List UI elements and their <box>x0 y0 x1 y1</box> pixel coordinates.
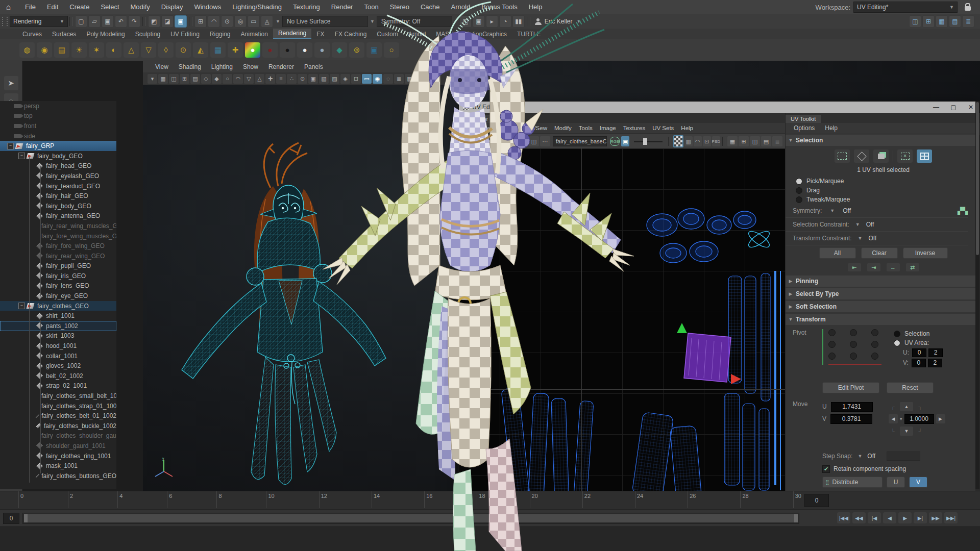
viewport-toolbar-icon-23[interactable]: ≣ <box>394 74 404 84</box>
shelf-tab-custom[interactable]: Custom <box>372 30 403 39</box>
frame-tick-8[interactable]: 8 <box>216 491 222 508</box>
mode-tweak-marquee[interactable]: Tweak/Marquee <box>786 195 980 204</box>
frame-tick-14[interactable]: 14 <box>372 491 380 508</box>
playback-button-6[interactable]: ▶▶ <box>929 512 942 523</box>
shelf-icon-17[interactable]: ● <box>314 42 330 58</box>
frame-tick-2[interactable]: 2 <box>68 491 73 508</box>
menubar-item-toon[interactable]: Toon <box>358 0 384 14</box>
viewport-toolbar-icon-17[interactable]: ▨ <box>330 74 339 84</box>
undo-icon[interactable]: ↶ <box>115 15 127 28</box>
pivot-uv-area-radio[interactable] <box>894 340 900 346</box>
outliner-item-pants_1002[interactable]: pants_1002 <box>0 321 116 331</box>
outliner-item-fairy_rear_wing_GEO[interactable]: fairy_rear_wing_GEO <box>0 251 116 261</box>
viewport-toolbar-icon-6[interactable]: ◆ <box>212 74 222 84</box>
current-frame-field[interactable]: 0 <box>804 494 829 507</box>
uv-toolbar-icon-2[interactable]: ▦ <box>484 136 494 146</box>
uv-toolkit-menu-help[interactable]: Help <box>820 124 843 132</box>
uv-editor-menu-help[interactable]: Help <box>677 125 697 131</box>
uv-toolbar-right-icon-2[interactable]: ◫ <box>750 136 760 146</box>
tab-uv-toolkit[interactable]: UV Toolkit <box>786 115 821 123</box>
minimize-button[interactable]: — <box>927 102 945 113</box>
chevron-down-icon[interactable]: ▾ <box>900 416 902 421</box>
lock-icon[interactable] <box>965 6 971 11</box>
frame-tick-26[interactable]: 26 <box>688 491 696 508</box>
shelf-icon-16[interactable]: ● <box>297 42 312 58</box>
uv-toolbar-icon-6[interactable]: ◫ <box>529 136 539 146</box>
outliner-item-skirt_1003[interactable]: skirt_1003 <box>0 331 116 341</box>
viewport-toolbar-icon-10[interactable]: △ <box>255 74 264 84</box>
mode-pick-marquee[interactable]: Pick/Marquee <box>786 177 980 186</box>
shelf-icon-21[interactable]: ○ <box>384 42 399 58</box>
uv-toolbar-icon-0[interactable]: ▸ <box>461 136 472 146</box>
panel-layout-3-icon[interactable]: ▦ <box>936 15 948 28</box>
viewport-toolbar-icon-2[interactable]: ◫ <box>169 74 179 84</box>
menubar-item-cache[interactable]: Cache <box>415 0 446 14</box>
uv-editor-menu-modify[interactable]: Modify <box>551 125 575 131</box>
chevron-down-icon[interactable]: ▼ <box>858 236 863 241</box>
viewport-toolbar-icon-0[interactable]: ▾ <box>148 74 157 84</box>
shelf-tab-fx[interactable]: FX <box>311 30 329 39</box>
render-current-frame-icon[interactable]: ▣ <box>473 15 485 28</box>
uv-select-icon[interactable]: ✕ <box>897 149 913 163</box>
outliner-item-fairy_rear_wing_muscles_GEO[interactable]: fairy_rear_wing_muscles_GEO <box>0 221 116 231</box>
render-settings-icon[interactable]: ◔ <box>499 15 511 28</box>
frame-tick-10[interactable]: 10 <box>266 491 274 508</box>
command-line[interactable] <box>0 527 980 551</box>
outliner-item-fairy_body_GEO[interactable]: fairy_body_GEO <box>0 201 116 211</box>
clear-button[interactable]: Clear <box>861 247 898 259</box>
snap-grid-icon[interactable]: ⊞ <box>194 15 207 28</box>
panel-layout-4-icon[interactable]: ▤ <box>949 15 961 28</box>
panel-layout-1-icon[interactable]: ◫ <box>909 15 921 28</box>
uv-editor-menu-image[interactable]: Image <box>596 125 620 131</box>
image-dim-slider[interactable] <box>634 141 663 142</box>
frame-tick-6[interactable]: 6 <box>167 491 172 508</box>
section-select-by-type[interactable]: ▶Select By Type <box>786 288 980 299</box>
playback-range-bar[interactable] <box>22 513 799 524</box>
outliner-item-belt_02_1002[interactable]: belt_02_1002 <box>0 371 116 381</box>
pivot-selection-radio[interactable] <box>894 331 900 337</box>
account-chip[interactable]: Eric Keller ▼ <box>535 18 581 25</box>
outliner-item-fairy_tearduct_GEO[interactable]: fairy_tearduct_GEO <box>0 181 116 191</box>
outliner-item-fairy_body_GEO[interactable]: −fairy_body_GEO <box>0 151 116 161</box>
live-surface-field[interactable]: No Live Surface <box>282 16 368 27</box>
make-live-icon[interactable]: ◬ <box>261 15 273 28</box>
viewport-toolbar-icon-18[interactable]: ◈ <box>340 74 350 84</box>
outliner-item-front[interactable]: front <box>0 121 116 131</box>
viewport-toolbar-icon-15[interactable]: ▣ <box>308 74 318 84</box>
frame-tick-18[interactable]: 18 <box>477 491 485 508</box>
outliner-item-fairy_eyelash_GEO[interactable]: fairy_eyelash_GEO <box>0 171 116 181</box>
move-right-button[interactable]: ▶ <box>936 414 945 423</box>
outliner-item-fairy_clothes_belt_01_1002[interactable]: fairy_clothes_belt_01_1002 <box>0 411 116 421</box>
uv-toolbar-right-icon-4[interactable]: ≣ <box>772 136 782 146</box>
shelf-icon-9[interactable]: ⊙ <box>176 42 191 58</box>
outliner-item-fairy_clothes_ring_1001[interactable]: fairy_clothes_ring_1001 <box>0 451 116 461</box>
shelf-tab-turtle[interactable]: TURTLE <box>512 30 546 39</box>
ipr-render-icon[interactable]: ▸ <box>486 15 498 28</box>
symmetry-value[interactable]: Off <box>843 207 851 214</box>
chevron-down-icon[interactable]: ▼ <box>857 454 862 459</box>
snap-projected-center-icon[interactable]: ◎ <box>234 15 247 28</box>
frame-tick-0[interactable]: 0 <box>18 491 23 508</box>
shelf-tab-fx-caching[interactable]: FX Caching <box>330 30 372 39</box>
menubar-item-display[interactable]: Display <box>156 0 189 14</box>
shelf-tab-rendering[interactable]: Rendering <box>273 29 311 39</box>
selection-constraint-value[interactable]: Off <box>866 221 874 228</box>
outliner-item-fairy_pupil_GEO[interactable]: fairy_pupil_GEO <box>0 261 116 271</box>
face-select-icon[interactable] <box>873 149 889 163</box>
uv-editor-menu-view[interactable]: View <box>478 125 498 131</box>
viewport-toolbar-icon-14[interactable]: ⊙ <box>298 74 307 84</box>
inverse-button[interactable]: Inverse <box>903 247 948 259</box>
shelf-icon-3[interactable]: ☀ <box>71 42 87 58</box>
viewport-toolbar-icon-22[interactable]: ◌ <box>383 74 393 84</box>
render-view-icon[interactable]: ◫ <box>459 15 472 28</box>
uv-toolbar-icon-1[interactable]: ⚑ <box>473 136 483 146</box>
move-v-field[interactable]: 0.3781 <box>830 414 872 424</box>
viewport-menu-show[interactable]: Show <box>238 63 263 70</box>
uv-editor-menu-edit[interactable]: Edit <box>461 125 478 131</box>
shelf-icon-1[interactable]: ◉ <box>37 42 52 58</box>
distribute-button[interactable]: ⣿ Distribute <box>822 477 883 488</box>
shelf-icon-0[interactable]: ◍ <box>19 42 35 58</box>
shelf-icon-12[interactable]: ✚ <box>228 42 243 58</box>
outliner-item-fairy_clothes_small_belt_1002[interactable]: fairy_clothes_small_belt_1002 <box>0 391 116 401</box>
workspace-selector[interactable]: UV Editing* ▼ <box>853 2 958 13</box>
